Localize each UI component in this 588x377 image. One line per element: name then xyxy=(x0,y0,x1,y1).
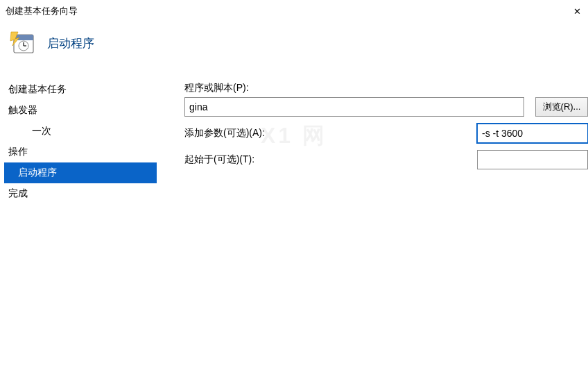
start-in-input[interactable] xyxy=(477,150,588,169)
sidebar-item-finish[interactable]: 完成 xyxy=(4,183,157,204)
program-label: 程序或脚本(P): xyxy=(184,82,282,94)
arguments-label: 添加参数(可选)(A): xyxy=(184,127,265,140)
sidebar-item-once[interactable]: 一次 xyxy=(4,121,157,142)
wizard-icon xyxy=(10,31,35,56)
browse-button[interactable]: 浏览(R)... xyxy=(535,97,588,117)
sidebar-item-trigger[interactable]: 触发器 xyxy=(4,100,157,121)
start-in-label: 起始于(可选)(T): xyxy=(184,153,254,166)
window-title: 创建基本任务向导 xyxy=(6,5,78,17)
sidebar-item-start-program[interactable]: 启动程序 xyxy=(4,162,157,183)
wizard-content: 创建基本任务 触发器 一次 操作 启动程序 完成 X1 网 程序或脚本(P): … xyxy=(0,76,588,204)
program-input[interactable] xyxy=(184,97,524,117)
sidebar-item-create-task[interactable]: 创建基本任务 xyxy=(4,79,157,100)
wizard-sidebar: 创建基本任务 触发器 一次 操作 启动程序 完成 xyxy=(4,76,157,204)
wizard-header: 启动程序 xyxy=(0,18,588,76)
sidebar-item-action[interactable]: 操作 xyxy=(4,142,157,162)
arguments-input[interactable] xyxy=(477,124,588,143)
wizard-title: 启动程序 xyxy=(47,35,94,51)
titlebar: 创建基本任务向导 ✕ xyxy=(0,0,588,18)
wizard-main: X1 网 程序或脚本(P): 浏览(R)... 添加参数(可选)(A): 起始于… xyxy=(157,76,588,204)
close-button[interactable]: ✕ xyxy=(571,6,582,17)
